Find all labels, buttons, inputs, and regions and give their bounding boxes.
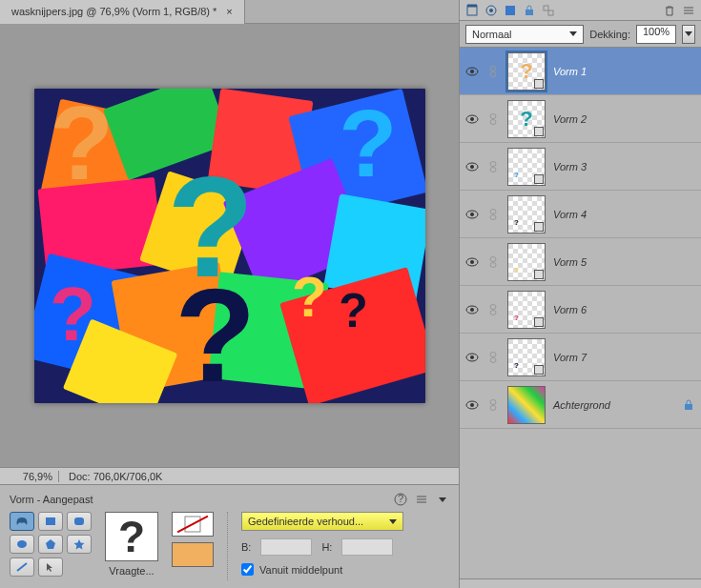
layer-thumb[interactable] [507, 386, 546, 424]
rect-tool[interactable] [38, 512, 63, 531]
line-tool[interactable] [10, 558, 34, 577]
shape-vorm4: ? [339, 283, 368, 338]
layer-row[interactable]: ? Vorm 7 [460, 334, 701, 381]
svg-point-31 [490, 214, 496, 219]
panel-menu-icon[interactable] [415, 493, 428, 506]
layer-row[interactable]: ? Vorm 4 [460, 191, 701, 238]
layer-thumb[interactable]: ? [507, 195, 546, 233]
help-icon[interactable]: ? [394, 493, 407, 506]
lock-slot-icon[interactable] [486, 398, 500, 412]
lock-slot-icon[interactable] [486, 208, 500, 221]
layer-thumb[interactable]: ? [507, 338, 546, 376]
panel-menu-icon[interactable] [682, 4, 695, 17]
visibility-icon[interactable] [465, 398, 479, 412]
stroke-swatch[interactable] [172, 512, 214, 537]
layer-row[interactable]: ? Vorm 5 [460, 238, 701, 286]
lock-slot-icon[interactable] [486, 255, 500, 269]
panel-footer [460, 578, 701, 588]
svg-point-27 [490, 167, 496, 172]
shape-preset[interactable]: ? Vraagte... [105, 512, 158, 577]
layers-list: ? Vorm 1 ? Vorm 2 ? Vorm 3 ? Vorm 4 ? Vo… [460, 48, 701, 578]
layer-row[interactable]: ? Vorm 6 [460, 286, 701, 334]
svg-point-29 [470, 213, 474, 216]
lock-icon[interactable] [523, 4, 536, 17]
bg-lock-icon [682, 398, 695, 412]
layer-name[interactable]: Vorm 4 [553, 209, 587, 220]
fill-swatch[interactable] [172, 542, 214, 567]
canvas-area[interactable]: ? ? ? ? ? ? ? [0, 24, 459, 468]
visibility-icon[interactable] [465, 160, 479, 173]
roundrect-tool[interactable] [67, 512, 92, 531]
from-center-checkbox[interactable]: Vanuit middelpunt [241, 563, 449, 576]
shape-picker [10, 512, 92, 577]
polygon-tool[interactable] [38, 535, 63, 554]
lock-slot-icon[interactable] [486, 160, 500, 173]
svg-point-26 [490, 161, 496, 166]
opacity-input[interactable]: 100% [636, 25, 676, 44]
visibility-icon[interactable] [465, 351, 479, 364]
svg-point-38 [490, 304, 496, 309]
height-label: H: [321, 541, 332, 553]
layer-thumb[interactable]: ? [507, 148, 546, 186]
layer-row[interactable]: ? Vorm 2 [460, 95, 701, 143]
link-icon[interactable] [542, 4, 555, 17]
shape-vorm1[interactable]: ? [50, 89, 113, 203]
svg-point-47 [490, 405, 496, 410]
lock-slot-icon[interactable] [486, 112, 500, 126]
custom-shape-tool[interactable] [10, 512, 34, 531]
layer-row[interactable]: ? Vorm 1 [460, 48, 701, 95]
collapse-icon[interactable] [436, 493, 449, 506]
selection-tool[interactable] [38, 558, 63, 577]
shape-vorm3: ? [339, 89, 397, 198]
document-tab[interactable]: wasknijpers.jpg @ 76,9% (Vorm 1, RGB/8) … [0, 0, 245, 24]
new-layer-icon[interactable] [465, 4, 479, 17]
layer-row[interactable]: ? Vorm 3 [460, 143, 701, 191]
visibility-icon[interactable] [465, 65, 479, 78]
aspect-ratio-dropdown[interactable]: Gedefinieerde verhoud... [241, 512, 403, 531]
blend-mode-dropdown[interactable]: Normaal [465, 25, 584, 44]
visibility-icon[interactable] [465, 112, 479, 126]
layer-thumb[interactable]: ? [507, 52, 546, 91]
new-group-icon[interactable] [485, 4, 498, 17]
layer-name[interactable]: Vorm 6 [553, 304, 587, 315]
blend-row: Normaal Dekking: 100% [460, 21, 701, 48]
layer-name[interactable]: Vorm 2 [553, 113, 587, 125]
svg-rect-13 [526, 10, 533, 15]
visibility-icon[interactable] [465, 208, 479, 221]
layer-thumb[interactable]: ? [507, 100, 546, 138]
svg-point-41 [470, 355, 474, 359]
layer-thumb[interactable]: ? [507, 291, 546, 329]
zoom-level[interactable]: 76,9% [0, 471, 59, 482]
svg-point-19 [490, 71, 496, 76]
svg-line-7 [17, 563, 27, 571]
star-tool[interactable] [67, 535, 92, 554]
trash-icon[interactable] [663, 4, 676, 17]
svg-point-11 [489, 9, 493, 12]
layer-name[interactable]: Vorm 5 [553, 256, 587, 268]
layer-name[interactable]: Vorm 1 [553, 66, 587, 77]
layer-name[interactable]: Achtergrond [553, 399, 610, 411]
dropdown-arrow-icon [389, 519, 397, 524]
document-canvas[interactable]: ? ? ? ? ? ? ? [34, 89, 425, 403]
ellipse-tool[interactable] [10, 535, 34, 554]
lock-slot-icon[interactable] [486, 351, 500, 364]
lock-slot-icon[interactable] [486, 65, 500, 78]
layer-name[interactable]: Vorm 3 [553, 161, 587, 172]
svg-rect-12 [505, 6, 515, 15]
shape-vorm7: ? [175, 258, 257, 403]
adjustment-icon[interactable] [504, 4, 517, 17]
layer-name[interactable]: Vorm 7 [553, 352, 587, 363]
svg-point-21 [470, 117, 474, 121]
visibility-icon[interactable] [465, 303, 479, 316]
layer-row[interactable]: Achtergrond [460, 381, 701, 429]
from-center-input[interactable] [241, 563, 254, 576]
from-center-label: Vanuit middelpunt [259, 564, 342, 576]
opacity-stepper[interactable] [682, 25, 695, 44]
document-title: wasknijpers.jpg @ 76,9% (Vorm 1, RGB/8) … [11, 6, 216, 17]
preset-thumb[interactable]: ? [105, 512, 158, 561]
layer-thumb[interactable]: ? [507, 243, 546, 281]
svg-point-4 [17, 540, 27, 548]
lock-slot-icon[interactable] [486, 303, 500, 316]
close-icon[interactable]: × [226, 6, 232, 17]
visibility-icon[interactable] [465, 255, 479, 269]
